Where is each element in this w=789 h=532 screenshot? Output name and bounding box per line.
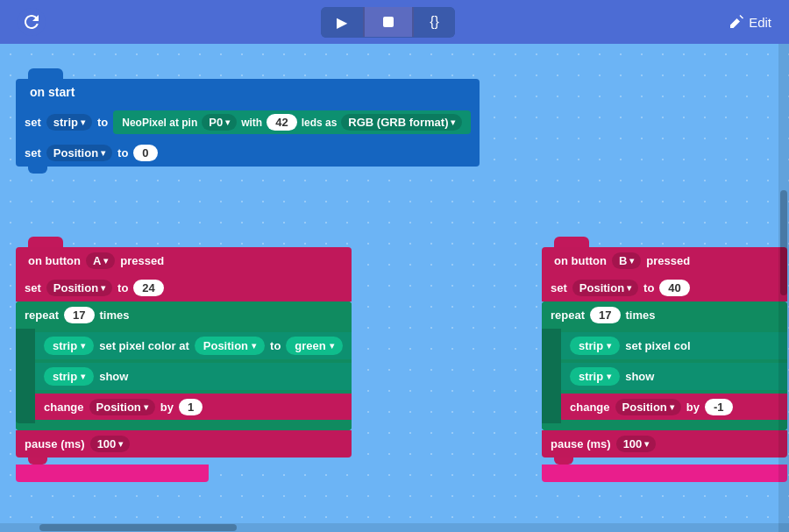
strip-var-dropdown[interactable]: strip [46,114,92,131]
color-a-reporter[interactable]: green [286,337,342,355]
led-count-input[interactable]: 42 [267,114,296,131]
repeat-b-count[interactable]: 17 [590,307,620,323]
on-start-hat: on start [16,79,480,105]
set-pixel-a: strip set pixel color at Position to gre… [35,332,352,359]
show-a: strip show [35,363,352,390]
button-b-dropdown[interactable]: B [612,252,641,269]
strip-show-b-reporter[interactable]: strip [570,367,620,386]
set-position-40: set Position to 40 [542,274,787,301]
play-button[interactable]: ▶ [321,7,363,38]
horizontal-scrollbar[interactable] [0,523,789,532]
pause-b: pause (ms) 100 [542,430,787,458]
code-button[interactable]: {} [414,7,455,37]
pause-b-dropdown[interactable]: 100 [616,436,657,452]
vertical-scrollbar[interactable] [778,44,789,532]
repeat-a-block: repeat 17 times strip set pixel color at [16,301,352,430]
change-pos-b-dropdown[interactable]: Position [615,399,681,415]
strip-a-reporter[interactable]: strip [44,337,94,355]
pos-a-value[interactable]: 24 [133,280,163,296]
svg-rect-0 [383,17,394,27]
position-value-input[interactable]: 0 [133,145,157,161]
show-b: strip show [561,363,787,390]
logo[interactable] [18,8,46,36]
blocks-canvas: on start set strip to NeoPixel at pin P0… [0,44,789,532]
change-pos-a-dropdown[interactable]: Position [89,399,155,415]
pause-a-dropdown[interactable]: 100 [90,436,131,452]
change-pos-a-value[interactable]: 1 [179,399,203,415]
on-button-b-hat: on button B pressed [542,247,787,274]
set-pixel-b: strip set pixel col [561,332,787,359]
on-button-a-hat: on button A pressed [16,247,352,274]
neopixel-block[interactable]: NeoPixel at pin P0 with 42 leds as RGB (… [113,110,471,134]
pin-dropdown[interactable]: P0 [202,114,237,131]
change-position-a: change Position by 1 [35,394,352,420]
topbar: ▶ {} Edit [0,0,789,44]
set-position-24: set Position to 24 [16,274,352,301]
hscrollbar-thumb[interactable] [39,524,237,531]
on-start-group: on start set strip to NeoPixel at pin P0… [16,68,480,174]
set-strip-block: set strip to NeoPixel at pin P0 with 42 … [16,105,480,139]
button-a-dropdown[interactable]: A [86,252,115,269]
position-a-reporter[interactable]: Position [195,337,265,355]
pause-a: pause (ms) 100 [16,430,352,458]
strip-show-a-reporter[interactable]: strip [44,367,94,386]
set-position-block: set Position to 0 [16,139,480,167]
change-pos-b-value[interactable]: -1 [705,399,733,415]
scrollbar-thumb[interactable] [780,190,787,295]
stop-button[interactable] [363,7,414,37]
on-button-b-group: on button B pressed set Position to 40 r… [542,237,787,482]
strip-b-reporter[interactable]: strip [570,337,620,355]
topbar-controls: ▶ {} [321,7,455,38]
edit-button[interactable]: Edit [730,15,771,30]
position-var-dropdown[interactable]: Position [46,145,112,161]
repeat-a-count[interactable]: 17 [64,307,94,323]
mode-dropdown[interactable]: RGB (GRB format) [341,114,462,131]
on-button-a-group: on button A pressed set Position to 24 r… [16,237,352,482]
pos-b-dropdown[interactable]: Position [572,280,638,296]
change-position-b: change Position by -1 [561,394,787,420]
repeat-b-block: repeat 17 times strip set pixel col [542,301,787,430]
pos-b-value[interactable]: 40 [659,280,689,296]
pos-a-dropdown[interactable]: Position [46,280,112,296]
